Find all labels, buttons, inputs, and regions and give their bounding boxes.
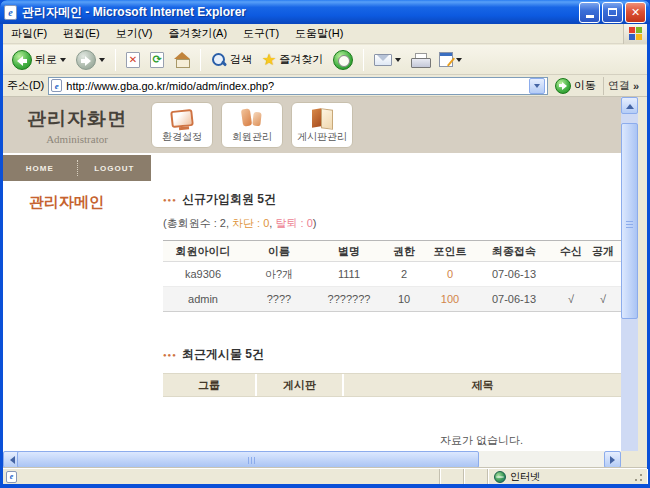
empty-message: 자료가 없습니다. <box>342 433 621 448</box>
ie-logo-icon: e <box>4 5 17 20</box>
window-title: 관리자메인 - Microsoft Internet Explorer <box>22 4 579 21</box>
stop-icon <box>126 52 140 68</box>
menu-edit[interactable]: 편집(E) <box>55 24 108 43</box>
toolbar-separator <box>115 49 116 71</box>
settings-monitor-icon <box>170 108 194 127</box>
menu-view[interactable]: 보기(V) <box>108 24 161 43</box>
address-url[interactable]: http://www.gba.go.kr/mido/adm/index.php? <box>66 80 525 92</box>
forward-dropdown-icon[interactable] <box>99 58 105 65</box>
status-bar: e 인터넷 <box>3 468 647 484</box>
settings-nav-button[interactable]: 환경설정 <box>151 102 213 148</box>
zone-label: 인터넷 <box>510 470 540 484</box>
scroll-right-button[interactable] <box>604 451 621 468</box>
board-book-icon <box>310 108 334 128</box>
receive-checkmark: √ <box>553 293 589 305</box>
posts-table: 그룹 게시판 제목 <box>163 373 621 397</box>
members-section-title: 신규가입회원 5건 <box>182 191 276 208</box>
chevron-down-icon <box>534 84 540 91</box>
sidebar-nav: HOME LOGOUT <box>3 155 151 181</box>
address-label: 주소(D) <box>7 78 44 93</box>
admin-heading: 관리자화면 Administrator <box>3 106 151 145</box>
posts-empty-row: 자료가 없습니다. <box>163 433 621 448</box>
menu-tools[interactable]: 도구(T) <box>235 24 287 43</box>
blocked-count-link[interactable]: 차단 : 0 <box>232 217 269 229</box>
sidebar-item-admin-main[interactable]: 관리자메인 <box>29 193 151 212</box>
scrollbar-corner <box>621 451 647 468</box>
vertical-scrollbar-thumb[interactable] <box>621 123 638 319</box>
maximize-icon <box>608 8 617 16</box>
posts-table-header: 그룹 게시판 제목 <box>163 373 621 397</box>
mail-dropdown-icon[interactable] <box>395 58 401 65</box>
favorites-star-icon: ★ <box>262 52 276 68</box>
close-button[interactable] <box>625 2 646 23</box>
posts-section-header: ●●● 최근게시물 5건 <box>163 346 621 363</box>
members-nav-button[interactable]: 회원관리 <box>221 102 283 148</box>
admin-title: 관리자화면 <box>3 106 151 132</box>
board-nav-button[interactable]: 게시판관리 <box>291 102 353 148</box>
members-section-header: ●●● 신규가입회원 5건 <box>163 191 621 208</box>
browser-window: e 관리자메인 - Microsoft Internet Explorer 파일… <box>0 0 650 488</box>
members-people-icon <box>240 108 264 128</box>
mail-icon <box>374 54 392 66</box>
links-overflow-icon: » <box>633 80 639 92</box>
back-button[interactable]: 뒤로 <box>9 48 69 72</box>
edit-icon <box>439 52 453 67</box>
horizontal-scrollbar[interactable] <box>3 451 621 468</box>
back-icon <box>12 50 32 70</box>
toolbar-separator <box>200 49 201 71</box>
go-icon <box>555 78 571 94</box>
bullet-icon: ●●● <box>163 197 177 203</box>
page-viewport: 관리자화면 Administrator 환경설정 회원관리 게시판관리 <box>3 97 621 451</box>
back-dropdown-icon[interactable] <box>60 58 66 65</box>
logout-link[interactable]: LOGOUT <box>78 164 152 173</box>
address-bar: 주소(D) e http://www.gba.go.kr/mido/adm/in… <box>3 75 647 97</box>
chevron-right-icon <box>610 456 619 464</box>
withdrawn-count-link[interactable]: 탈퇴 : 0 <box>275 217 312 229</box>
address-dropdown-button[interactable] <box>529 78 545 94</box>
horizontal-scrollbar-thumb[interactable] <box>17 451 479 468</box>
print-icon <box>411 53 429 67</box>
minimize-icon <box>586 15 594 18</box>
links-button[interactable]: 연결 » <box>603 77 643 95</box>
posts-section-title: 최근게시물 5건 <box>182 346 264 363</box>
status-zone-pane: 인터넷 <box>488 469 647 484</box>
minimize-button[interactable] <box>579 2 600 23</box>
menu-favorites[interactable]: 즐겨찾기(A) <box>160 24 235 43</box>
chevron-left-icon <box>6 456 15 464</box>
toolbar-separator <box>363 49 364 71</box>
internet-globe-icon <box>494 471 506 483</box>
public-checkmark: √ <box>589 293 617 305</box>
status-main-pane: e <box>3 469 440 484</box>
history-icon <box>333 50 353 70</box>
home-button[interactable] <box>171 50 193 69</box>
home-link[interactable]: HOME <box>3 164 77 173</box>
client-area: 파일(F) 편집(E) 보기(V) 즐겨찾기(A) 도구(T) 도움말(H) 뒤… <box>3 24 647 484</box>
refresh-button[interactable] <box>147 50 167 70</box>
favorites-button[interactable]: ★ 즐겨찾기 <box>259 50 326 70</box>
go-button[interactable]: 이동 <box>552 78 599 94</box>
edit-button[interactable] <box>436 50 465 69</box>
stop-button[interactable] <box>123 50 143 70</box>
scroll-up-button[interactable] <box>621 97 638 114</box>
address-input[interactable]: e http://www.gba.go.kr/mido/adm/index.ph… <box>48 77 548 95</box>
document-icon: e <box>6 471 17 483</box>
print-button[interactable] <box>408 51 432 69</box>
menu-file[interactable]: 파일(F) <box>3 24 55 43</box>
sidebar: HOME LOGOUT 관리자메인 <box>3 153 151 451</box>
table-row: admin ???? ??????? 10 100 07-06-13 √ √ <box>163 287 621 312</box>
search-button[interactable]: 검색 <box>208 50 255 70</box>
menu-help[interactable]: 도움말(H) <box>287 24 351 43</box>
maximize-button[interactable] <box>602 2 623 23</box>
bullet-icon: ●●● <box>163 352 177 358</box>
windows-flag-icon <box>629 27 643 41</box>
vertical-scrollbar[interactable] <box>621 97 638 468</box>
members-summary: (총회원수 : 2, 차단 : 0, 탈퇴 : 0) <box>163 216 621 231</box>
table-row: ka9306 아?개 1111 2 0 07-06-13 <box>163 262 621 287</box>
search-icon <box>211 52 227 68</box>
forward-button[interactable] <box>73 48 108 72</box>
edit-dropdown-icon[interactable] <box>456 58 462 65</box>
browser-toolbar: 뒤로 검색 ★ 즐겨찾기 <box>3 45 647 75</box>
history-button[interactable] <box>330 48 356 72</box>
resize-grip[interactable] <box>632 471 644 483</box>
mail-button[interactable] <box>371 52 404 68</box>
